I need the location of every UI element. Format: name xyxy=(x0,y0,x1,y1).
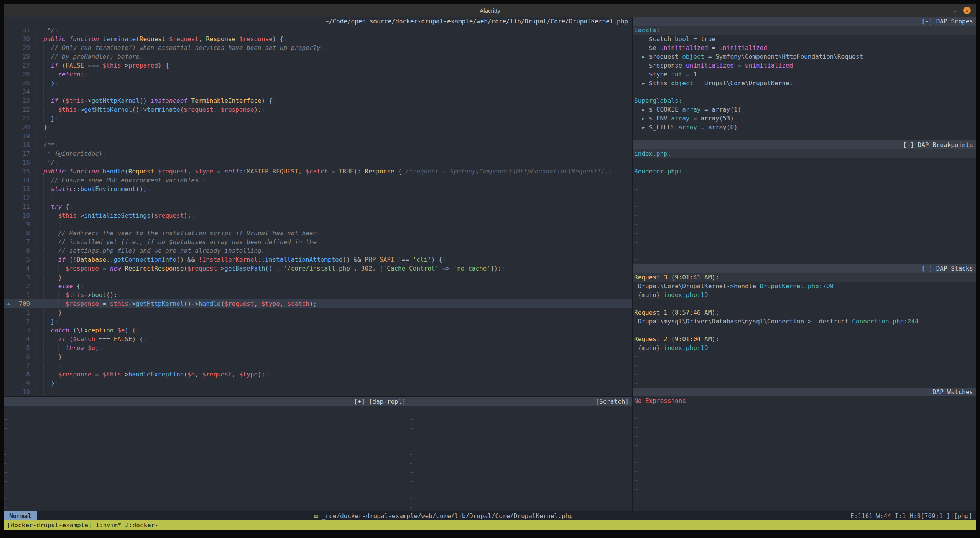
code-line[interactable]: 2▏ ▏ } xyxy=(4,317,632,326)
code-line[interactable]: 3▏ ▏ ▏ } xyxy=(4,273,632,282)
panel-line[interactable]: $e uninitialized = uninitialized xyxy=(633,43,976,52)
panel-line[interactable]: {main} index.php:19 xyxy=(633,290,976,299)
code-line[interactable]: 7▏ ▏ ▏ // installed yet (i.e., if no $da… xyxy=(4,238,632,246)
code-line[interactable]: 18▏ /** xyxy=(4,140,632,149)
code-line[interactable]: 6▏ ▏ ▏ } xyxy=(4,352,632,361)
panel-line[interactable]: Request 1 (8:57:46 AM): xyxy=(633,308,976,317)
code-line[interactable]: 8▏ ▏ ▏ // Redirect the user to the insta… xyxy=(4,229,632,238)
line-number[interactable]: 2 xyxy=(4,317,36,326)
panel-line[interactable]: Drupal\mysql\Driver\Database\mysql\Conne… xyxy=(633,317,976,326)
line-number[interactable]: 20 xyxy=(4,123,36,132)
code-line[interactable]: 9▏ ▏ } xyxy=(4,379,632,388)
code-line[interactable]: 4▏ ▏ ▏ if ($catch === FALSE) { xyxy=(4,335,632,343)
dap-repl-header[interactable]: [+] [dap-repl] xyxy=(4,397,409,406)
line-number[interactable]: 6 xyxy=(4,352,36,361)
panel-line[interactable]: Request 2 (9:01:04 AM): xyxy=(633,335,976,343)
code-line[interactable]: 21▏ ▏ } xyxy=(4,114,632,123)
dap-scopes-content[interactable]: Locals: $catch bool = true $e uninitiali… xyxy=(633,26,976,140)
code-line[interactable]: 5▏ ▏ ▏ ▏ throw $e; xyxy=(4,343,632,352)
line-number[interactable]: 1 xyxy=(4,308,36,317)
line-number[interactable]: 12 xyxy=(4,193,36,202)
line-number[interactable]: 8 xyxy=(4,370,36,379)
code-line[interactable]: 31▏ */ xyxy=(4,26,632,35)
line-number[interactable]: 3 xyxy=(4,273,36,282)
line-number[interactable]: 18 xyxy=(4,140,36,149)
code-line[interactable]: 15▏ public function handle(Request $requ… xyxy=(4,167,632,176)
line-number[interactable]: 7 xyxy=(4,361,36,370)
code-line[interactable]: 2▏ ▏ ▏ else { xyxy=(4,282,632,290)
line-number[interactable]: 30 xyxy=(4,35,36,43)
code-line[interactable]: 25▏ ▏ } xyxy=(4,79,632,87)
line-number[interactable]: 25 xyxy=(4,79,36,87)
code-line[interactable]: 29▏ ▏ // Only run terminate() when essen… xyxy=(4,43,632,52)
line-number[interactable]: 27 xyxy=(4,61,36,70)
code-line[interactable]: 3▏ ▏ catch (\Exception $e) { xyxy=(4,326,632,335)
dap-watches-content[interactable]: No Expressions~~~~~~~~~~~ xyxy=(633,396,976,511)
code-line[interactable]: 22▏ ▏ ▏ $this->getHttpKernel()->terminat… xyxy=(4,105,632,114)
code-line[interactable]: 20▏ } xyxy=(4,123,632,132)
line-number[interactable]: 26 xyxy=(4,70,36,79)
code-area[interactable]: 31▏ */30▏ public function terminate(Requ… xyxy=(4,26,632,396)
panel-line[interactable]: index.php: xyxy=(633,149,976,158)
scratch-header[interactable]: [Scratch] xyxy=(409,397,632,406)
line-number[interactable]: 29 xyxy=(4,43,36,52)
code-line[interactable]: 26▏ ▏ ▏ return; xyxy=(4,70,632,79)
line-number[interactable]: 28 xyxy=(4,52,36,61)
panel-line[interactable]: ▸ $request object = Symfony\Component\Ht… xyxy=(633,52,976,61)
line-number[interactable]: 24 xyxy=(4,87,36,96)
code-line[interactable]: 30▏ public function terminate(Request $r… xyxy=(4,35,632,43)
line-number[interactable]: 1 xyxy=(4,290,36,299)
code-line[interactable]: 17▏ * {@inheritdoc} xyxy=(4,149,632,158)
tmux-window-list[interactable]: 1:nvim* 2:docker- xyxy=(95,521,158,530)
code-line[interactable]: 28▏ ▏ // by preHandle() before. xyxy=(4,52,632,61)
code-line[interactable]: 16▏ */ xyxy=(4,158,632,167)
panel-line[interactable]: ▸ $_ENV array = array(53) xyxy=(633,114,976,123)
editor-window[interactable]: ~/Code/open_source/docker-drupal-example… xyxy=(4,17,632,396)
dap-breakpoints-header[interactable]: [-] DAP Breakpoints xyxy=(633,140,976,149)
panel-line[interactable]: ▸ $_COOKIE array = array(1) xyxy=(633,105,976,114)
line-number[interactable]: 6 xyxy=(4,246,36,255)
line-number[interactable]: 7 xyxy=(4,238,36,246)
panel-line[interactable]: Locals: xyxy=(633,26,976,35)
panel-line[interactable]: Request 3 (9:01:41 AM): xyxy=(633,273,976,282)
panel-line[interactable]: ▸ $this object = Drupal\Core\DrupalKerne… xyxy=(633,79,976,87)
panel-line[interactable]: Superglobals: xyxy=(633,96,976,105)
line-number[interactable]: 15 xyxy=(4,167,36,176)
line-number[interactable]: 4 xyxy=(4,335,36,343)
scratch-window[interactable]: [Scratch] ~~~~~~~~~~~ xyxy=(409,397,632,511)
line-number[interactable]: 11 xyxy=(4,202,36,211)
line-number[interactable]: 14 xyxy=(4,176,36,185)
line-number[interactable]: 16 xyxy=(4,158,36,167)
close-icon[interactable]: × xyxy=(963,7,971,14)
line-number[interactable]: →709 xyxy=(4,299,36,308)
panel-line[interactable]: $catch bool = true xyxy=(633,35,976,43)
line-number[interactable]: 22 xyxy=(4,105,36,114)
code-line[interactable]: 10▏ ▏ ▏ $this->initializeSettings($reque… xyxy=(4,211,632,220)
code-line-current[interactable]: →709▏ ▏ ▏ ▏ $response = $this->getHttpKe… xyxy=(4,299,632,308)
line-number[interactable]: 13 xyxy=(4,185,36,193)
panel-line[interactable]: $type int = 1 xyxy=(633,70,976,79)
code-line[interactable]: 27▏ ▏ if (FALSE === $this->prepared) { xyxy=(4,61,632,70)
dap-repl-buffer[interactable]: ~~~~~~~~~~~ xyxy=(4,406,409,511)
line-number[interactable]: 21 xyxy=(4,114,36,123)
line-number[interactable]: 2 xyxy=(4,282,36,290)
dap-stacks-header[interactable]: [-] DAP Stacks xyxy=(633,264,976,273)
line-number[interactable]: 10 xyxy=(4,388,36,396)
code-line[interactable]: 23▏ ▏ if ($this->getHttpKernel() instanc… xyxy=(4,96,632,105)
code-line[interactable]: 5▏ ▏ ▏ if (!Database::getConnectionInfo(… xyxy=(4,255,632,264)
panel-line[interactable]: Renderer.php: xyxy=(633,167,976,176)
line-number[interactable]: 23 xyxy=(4,96,36,105)
line-number[interactable]: 8 xyxy=(4,229,36,238)
line-number[interactable]: 4 xyxy=(4,264,36,273)
code-line[interactable]: 6▏ ▏ ▏ // settings.php file) and we are … xyxy=(4,246,632,255)
panel-line[interactable]: Drupal\Core\DrupalKernel->handle DrupalK… xyxy=(633,282,976,290)
dap-repl-window[interactable]: [+] [dap-repl] ~~~~~~~~~~~ xyxy=(4,397,409,511)
code-line[interactable]: 1▏ ▏ ▏ } xyxy=(4,308,632,317)
line-number[interactable]: 9 xyxy=(4,379,36,388)
dap-scopes-header[interactable]: [-] DAP Scopes xyxy=(633,17,976,26)
dap-watches-header[interactable]: DAP Watches xyxy=(633,388,976,396)
panel-line[interactable]: $response uninitialized = uninitialized xyxy=(633,61,976,70)
minimize-icon[interactable]: – xyxy=(954,7,957,14)
line-number[interactable]: 5 xyxy=(4,255,36,264)
code-line[interactable]: 8▏ ▏ ▏ $response = $this->handleExceptio… xyxy=(4,370,632,379)
